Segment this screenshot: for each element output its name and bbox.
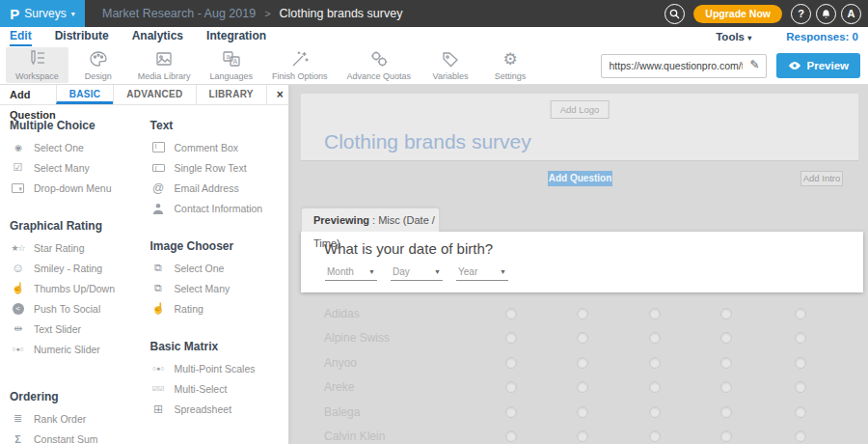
smiley-icon: ☺ bbox=[10, 261, 26, 275]
radio-button[interactable] bbox=[649, 308, 661, 319]
qtype-multi-select[interactable]: ☑☑ Multi-Select bbox=[150, 378, 288, 399]
bell-icon bbox=[821, 9, 831, 19]
qtype-constant-sum[interactable]: Σ Constant Sum bbox=[10, 429, 143, 444]
radio-button[interactable] bbox=[720, 406, 732, 418]
radio-button[interactable] bbox=[505, 381, 517, 393]
tab-analytics[interactable]: Analytics bbox=[132, 27, 183, 46]
tab-advanced[interactable]: ADVANCED bbox=[113, 85, 195, 104]
qtype-rank-order[interactable]: ≣ Rank Order bbox=[10, 408, 143, 429]
radio-button[interactable] bbox=[720, 381, 732, 393]
toolbar-item-media-library[interactable]: Media Library bbox=[128, 46, 201, 84]
responses-count[interactable]: Responses: 0 bbox=[786, 31, 858, 42]
radio-button[interactable] bbox=[795, 381, 806, 393]
qtype-email-address[interactable]: @ Email Address bbox=[150, 178, 288, 198]
add-logo-button[interactable]: Add Logo bbox=[551, 100, 610, 119]
search-button[interactable] bbox=[665, 4, 685, 24]
radio-stack-icon: ◉ bbox=[10, 143, 26, 153]
qtype-single-row-text[interactable]: I Single Row Text bbox=[150, 157, 288, 178]
survey-canvas: Add Logo Clothing brands survey Add Ques… bbox=[289, 85, 868, 444]
toolbar-item-advance-quotas[interactable]: Advance Quotas bbox=[337, 46, 420, 84]
tab-distribute[interactable]: Distribute bbox=[55, 27, 109, 46]
qtype-multi-point-scales[interactable]: ○●○ Multi-Point Scales bbox=[150, 358, 288, 378]
radio-button[interactable] bbox=[505, 406, 517, 418]
qtype-spreadsheet[interactable]: ⊞ Spreadsheet bbox=[150, 399, 288, 419]
radio-button[interactable] bbox=[577, 406, 588, 418]
chevron-down-icon: ▼ bbox=[500, 268, 506, 275]
questionpro-logo: P bbox=[10, 6, 19, 22]
radio-button[interactable] bbox=[577, 332, 588, 344]
tab-basic[interactable]: BASIC bbox=[56, 85, 114, 104]
product-switcher[interactable]: P Surveys ▾ bbox=[0, 0, 85, 27]
radio-button[interactable] bbox=[649, 332, 661, 344]
qtype-thumbs-up-down[interactable]: ☝ Thumbs Up/Down bbox=[10, 278, 143, 298]
upgrade-now-button[interactable]: Upgrade Now bbox=[693, 5, 782, 23]
numeric-slider-icon: ○●○ bbox=[10, 346, 26, 352]
radio-button[interactable] bbox=[795, 406, 806, 418]
add-intro-button[interactable]: Add Intro bbox=[800, 171, 843, 186]
radio-button[interactable] bbox=[649, 357, 661, 369]
edit-url-pencil-icon[interactable]: ✎ bbox=[749, 58, 759, 71]
toolbar-item-finish-options[interactable]: Finish Options bbox=[262, 46, 338, 84]
radio-button[interactable] bbox=[795, 430, 806, 442]
question-preview-card: What is your date of birth? Month▼ Day▼ … bbox=[301, 232, 863, 292]
help-button[interactable]: ? bbox=[791, 4, 811, 24]
qtype-image-select-one[interactable]: ⧉ Select One bbox=[150, 258, 288, 278]
radio-button[interactable] bbox=[505, 430, 517, 442]
qtype-star-rating[interactable]: ★☆ Star Rating bbox=[10, 237, 143, 258]
day-select[interactable]: Day▼ bbox=[391, 264, 443, 281]
preview-button[interactable]: Preview bbox=[776, 53, 860, 78]
qtype-numeric-slider[interactable]: ○●○ Numeric Slider bbox=[10, 339, 143, 359]
qtype-text-slider[interactable]: ⇹ Text Slider bbox=[10, 319, 143, 339]
radio-button[interactable] bbox=[720, 430, 732, 442]
radio-button[interactable] bbox=[720, 332, 732, 344]
chevron-down-icon: ▼ bbox=[434, 268, 441, 275]
survey-title[interactable]: Clothing brands survey bbox=[324, 130, 531, 153]
breadcrumb-folder[interactable]: Market Research - Aug 2019 bbox=[102, 7, 256, 20]
add-question-button[interactable]: Add Question bbox=[548, 171, 612, 186]
toolbar-item-variables[interactable]: Variables bbox=[420, 46, 480, 84]
toolbar-item-settings[interactable]: ⚙ Settings bbox=[480, 46, 540, 84]
panel-title: Add Question bbox=[0, 85, 56, 104]
qtype-smiley-rating[interactable]: ☺ Smiley - Rating bbox=[10, 258, 143, 278]
breadcrumb-survey-name[interactable]: Clothing brands survey bbox=[280, 7, 403, 20]
year-select[interactable]: Year▼ bbox=[456, 264, 508, 281]
qtype-push-to-social[interactable]: < Push To Social bbox=[10, 298, 143, 319]
account-avatar[interactable]: A bbox=[841, 4, 861, 24]
notifications-button[interactable] bbox=[816, 4, 836, 24]
radio-button[interactable] bbox=[577, 308, 588, 319]
radio-button[interactable] bbox=[505, 308, 517, 319]
tools-menu[interactable]: Tools ▾ bbox=[716, 31, 751, 42]
finish-options-wand-icon bbox=[289, 49, 311, 69]
qtype-select-one[interactable]: ◉ Select One bbox=[10, 137, 143, 157]
radio-button[interactable] bbox=[577, 357, 588, 369]
qtype-select-many[interactable]: ☑ Select Many bbox=[10, 157, 143, 178]
radio-button[interactable] bbox=[577, 430, 588, 442]
radio-button[interactable] bbox=[720, 308, 732, 319]
radio-button[interactable] bbox=[649, 430, 661, 442]
radio-button[interactable] bbox=[649, 381, 661, 393]
qtype-dropdown-menu[interactable]: ▾ Drop-down Menu bbox=[10, 178, 143, 198]
tab-library[interactable]: LIBRARY bbox=[196, 85, 266, 104]
radio-button[interactable] bbox=[795, 308, 806, 319]
toolbar-item-workspace[interactable]: Workspace bbox=[6, 47, 68, 83]
close-icon[interactable]: × bbox=[266, 85, 293, 104]
share-url-input[interactable] bbox=[601, 54, 767, 78]
radio-button[interactable] bbox=[505, 357, 517, 369]
chevron-down-icon: ▼ bbox=[368, 268, 375, 275]
month-select[interactable]: Month▼ bbox=[325, 264, 377, 281]
qtype-comment-box[interactable]: I Comment Box bbox=[150, 137, 288, 157]
qtype-image-select-many[interactable]: ⧉ Select Many bbox=[150, 278, 288, 298]
section-header-text: Text bbox=[150, 119, 288, 132]
qtype-contact-information[interactable]: Contact Information bbox=[150, 198, 288, 218]
toolbar-item-design[interactable]: Design bbox=[68, 46, 128, 84]
radio-button[interactable] bbox=[795, 332, 806, 344]
radio-button[interactable] bbox=[505, 332, 517, 344]
radio-button[interactable] bbox=[795, 357, 806, 369]
tab-edit[interactable]: Edit bbox=[10, 27, 32, 46]
tab-integration[interactable]: Integration bbox=[206, 27, 266, 46]
radio-button[interactable] bbox=[649, 406, 661, 418]
radio-button[interactable] bbox=[720, 357, 732, 369]
radio-button[interactable] bbox=[577, 381, 588, 393]
qtype-image-rating[interactable]: ☝ Rating bbox=[150, 298, 288, 319]
toolbar-item-languages[interactable]: aA Languages bbox=[200, 46, 262, 84]
